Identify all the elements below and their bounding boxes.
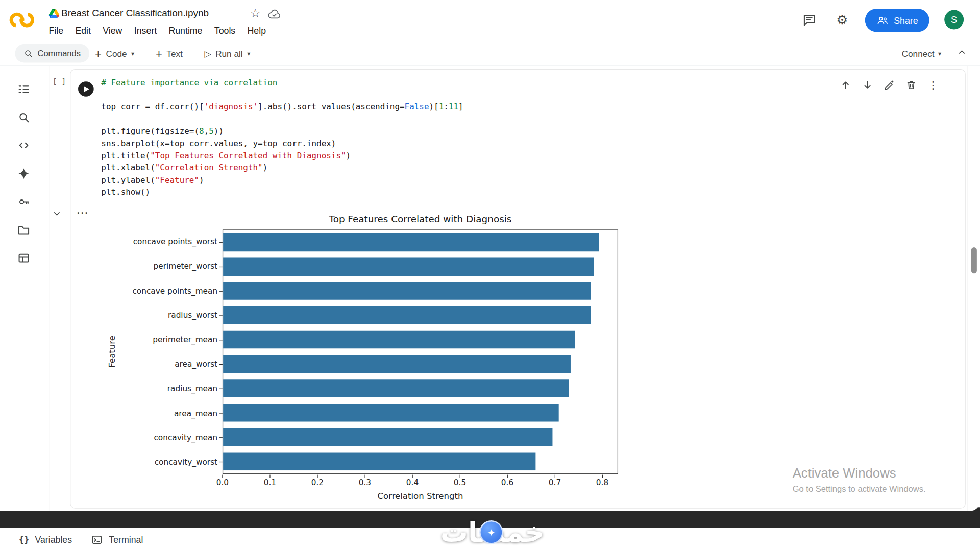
menu-edit[interactable]: Edit bbox=[75, 26, 91, 36]
chart-rows bbox=[223, 230, 618, 474]
settings-gear-icon[interactable]: ⚙ bbox=[836, 12, 848, 27]
chart-category-label: concave points_mean bbox=[101, 278, 217, 303]
colab-logo-icon[interactable] bbox=[9, 11, 35, 30]
move-cell-down-icon[interactable] bbox=[861, 78, 874, 92]
menu-view[interactable]: View bbox=[103, 26, 122, 36]
windows-activation-title: Activate Windows bbox=[793, 465, 926, 480]
windows-activation-subtitle: Go to Settings to activate Windows. bbox=[793, 484, 926, 493]
code-line: plt.ylabel("Feature") bbox=[101, 173, 463, 186]
run-all-button[interactable]: ▷ Run all ▾ bbox=[204, 44, 250, 63]
variables-braces-icon: {} bbox=[19, 535, 30, 545]
chart-category-label: area_worst bbox=[101, 352, 217, 376]
plus-icon: + bbox=[156, 48, 162, 59]
terminal-icon bbox=[91, 533, 103, 545]
run-cell-button[interactable] bbox=[78, 81, 94, 97]
code-snippets-icon[interactable] bbox=[11, 133, 37, 159]
code-line: sns.barplot(x=top_corr.values, y=top_cor… bbox=[101, 137, 463, 149]
play-outline-icon: ▷ bbox=[204, 48, 211, 59]
delete-cell-icon[interactable] bbox=[904, 78, 918, 92]
commands-label: Commands bbox=[37, 49, 81, 58]
plus-icon: + bbox=[95, 48, 102, 59]
chart-bar bbox=[223, 258, 594, 275]
chart-xtick-label: 0.3 bbox=[359, 478, 371, 487]
code-line: plt.xlabel("Correlation Strength") bbox=[101, 162, 463, 174]
chart-bar bbox=[223, 380, 569, 397]
output-options-icon[interactable]: ⋯ bbox=[76, 206, 88, 220]
scrollbar-track[interactable] bbox=[968, 66, 968, 511]
move-cell-up-icon[interactable] bbox=[839, 78, 852, 92]
chart-bar-row bbox=[223, 376, 618, 400]
terminal-button[interactable]: Terminal bbox=[91, 533, 143, 545]
connect-button[interactable]: Connect ▾ bbox=[902, 44, 941, 63]
menu-help[interactable]: Help bbox=[247, 26, 266, 36]
menu-insert[interactable]: Insert bbox=[134, 26, 157, 36]
chart-xticks: 0.00.10.20.30.40.50.60.70.8 bbox=[223, 478, 618, 487]
chart-bar bbox=[223, 307, 591, 324]
account-avatar[interactable]: S bbox=[944, 10, 964, 30]
chart-bar bbox=[223, 404, 558, 421]
windows-activation-notice: Activate Windows Go to Settings to activ… bbox=[793, 465, 926, 493]
chart-bar-row bbox=[223, 328, 618, 352]
secrets-key-icon[interactable] bbox=[11, 189, 37, 215]
header: Breast Cancer Classification.ipynb ☆ Fil… bbox=[0, 0, 980, 41]
collapse-output-chevron-icon[interactable] bbox=[51, 208, 62, 219]
files-folder-icon[interactable] bbox=[11, 217, 37, 243]
collapse-header-button[interactable] bbox=[956, 46, 967, 58]
play-icon bbox=[84, 86, 89, 92]
connect-label: Connect bbox=[902, 48, 935, 59]
output-figure: Top Features Correlated with Diagnosis F… bbox=[101, 209, 624, 507]
find-replace-icon[interactable] bbox=[11, 104, 37, 130]
code-line: top_corr = df.corr()['diagnosis'].abs().… bbox=[101, 101, 463, 113]
chart-bar-row bbox=[223, 230, 618, 255]
scrollbar-thumb[interactable] bbox=[971, 247, 977, 273]
table-of-contents-icon[interactable] bbox=[11, 76, 37, 102]
share-button-label: Share bbox=[894, 15, 918, 26]
terminal-label: Terminal bbox=[109, 535, 143, 545]
chart-title: Top Features Correlated with Diagnosis bbox=[223, 214, 618, 225]
add-code-button[interactable]: + Code ▾ bbox=[95, 44, 134, 63]
chart-xtick-label: 0.1 bbox=[264, 478, 276, 487]
search-icon bbox=[24, 49, 33, 58]
add-code-label: Code bbox=[106, 48, 127, 59]
star-icon[interactable]: ☆ bbox=[250, 6, 261, 20]
chart-plot-area bbox=[223, 229, 618, 474]
edit-with-ai-icon[interactable] bbox=[883, 78, 896, 92]
menu-tools[interactable]: Tools bbox=[214, 26, 235, 36]
add-text-button[interactable]: + Text bbox=[156, 44, 183, 63]
share-people-icon bbox=[876, 14, 889, 27]
data-table-icon[interactable] bbox=[11, 245, 37, 271]
commands-button[interactable]: Commands bbox=[15, 44, 89, 63]
chart-bar bbox=[223, 355, 571, 372]
code-line: # Feature importance via correlation bbox=[101, 76, 463, 88]
cloud-save-icon[interactable] bbox=[267, 9, 281, 19]
bottom-statusbar: {} Variables Terminal bbox=[0, 528, 980, 551]
code-line bbox=[101, 88, 463, 101]
run-all-label: Run all bbox=[215, 48, 242, 59]
notebook-toolbar: Commands + Code ▾ + Text ▷ Run all ▾ Con… bbox=[0, 41, 980, 66]
code-cell: ⋮ # Feature importance via correlation t… bbox=[70, 69, 966, 509]
chart-bar bbox=[223, 331, 575, 348]
code-line bbox=[101, 113, 463, 125]
share-button[interactable]: Share bbox=[865, 9, 929, 32]
chart-x-axis-label: Correlation Strength bbox=[223, 491, 618, 501]
colab-app: Breast Cancer Classification.ipynb ☆ Fil… bbox=[0, 0, 980, 551]
chart-bar bbox=[223, 453, 535, 470]
chart-category-label: perimeter_mean bbox=[101, 327, 217, 352]
chart-bar-row bbox=[223, 425, 618, 449]
menu-file[interactable]: File bbox=[49, 26, 64, 36]
drive-icon bbox=[49, 9, 60, 18]
menu-runtime[interactable]: Runtime bbox=[168, 26, 202, 36]
code-editor[interactable]: # Feature importance via correlation top… bbox=[101, 76, 463, 198]
chart-bar-row bbox=[223, 279, 618, 303]
chart-category-label: radius_mean bbox=[101, 376, 217, 400]
chart-xtick-label: 0.8 bbox=[596, 478, 608, 487]
gemini-spark-icon[interactable] bbox=[11, 161, 37, 187]
more-vert-icon[interactable]: ⋮ bbox=[926, 78, 940, 92]
chart-bar-row bbox=[223, 449, 618, 473]
chart-bar bbox=[223, 428, 552, 445]
chart-category-label: concavity_mean bbox=[101, 425, 217, 449]
comments-icon[interactable] bbox=[802, 12, 817, 27]
chart-bar-row bbox=[223, 400, 618, 425]
notebook-title[interactable]: Breast Cancer Classification.ipynb bbox=[61, 8, 209, 19]
variables-button[interactable]: {} Variables bbox=[19, 535, 72, 545]
